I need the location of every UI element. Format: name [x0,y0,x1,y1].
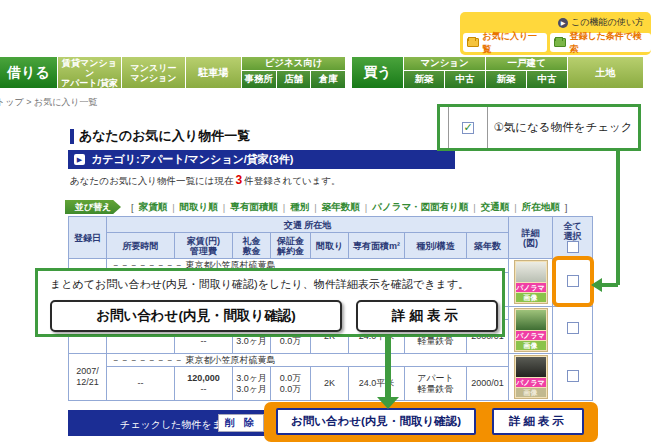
breadcrumb-home[interactable]: トップ [0,97,24,107]
main-nav: 借りる 賃貸マンションアパート/貸家 マンスリーマンション 駐車場 ビジネス向け… [0,57,654,88]
property-thumbnail[interactable]: パノラマ 画像 [514,355,548,399]
select-all-checkbox[interactable] [567,241,579,253]
nav-rental-apartment-tab[interactable]: 賃貸マンションアパート/貸家 [58,57,122,88]
cell-detail: パノラマ 画像 [509,353,553,401]
bottom-highlight-box: お問い合わせ(内見・間取り確認) 詳細表示 [264,402,598,442]
nav-office-tab[interactable]: 事務所 [242,71,277,88]
favorites-list-button[interactable]: お気に入り一覧 [463,33,547,52]
nav-house-header: 一戸建て [486,57,567,71]
nav-house-new-tab[interactable]: 新築 [486,71,527,88]
nav-house-group: 一戸建て 新築 中古 [486,57,568,88]
feature-panel: ▶ この機能の使い方 お気に入り一覧 登録した条件で検索 [460,12,651,55]
checkbox-highlight [552,256,594,307]
col-area: 専有面積m² [349,233,405,259]
page-title: あなたのお気に入り物件一覧 [79,127,250,145]
col-detail: 詳細(図) [509,217,553,259]
annotation-arrow-icon [591,278,602,292]
sort-location[interactable]: 所在地順 [522,201,560,214]
property-photo [516,357,546,377]
nav-mansion-used-tab[interactable]: 中古 [445,71,485,88]
sort-layout[interactable]: 間取り順 [180,201,218,214]
saved-search-button[interactable]: 登録した条件で検索 [550,33,651,52]
title-accent-bar [70,129,74,144]
cell-address: －－－－－－－－ 東京都小笠原村硫黄島 [107,353,509,367]
panorama-badge[interactable]: パノラマ [516,331,546,340]
step1-annotation: ✓ ①気になる物件をチェック [437,104,641,151]
sort-traffic[interactable]: 交通順 [481,201,510,214]
nav-business-group: ビジネス向け 事務所 店舗 倉庫 [242,57,346,88]
col-key-money: 礼金敷金 [233,233,271,259]
cell-select [553,353,593,401]
col-rent: 家賃(円)管理費 [175,233,233,259]
image-badge[interactable]: 画像 [516,388,546,397]
category-bar: ▶ カテゴリ:アパート/マンション/貸家(3件) [68,150,455,169]
help-link-row: ▶ この機能の使い方 [558,16,644,29]
col-traffic-location: 交通 所在地 [107,217,509,233]
nav-mansion-group: マンション 新築 中古 [404,57,486,88]
annotation-text: ①気になる物件をチェック [488,107,638,148]
sort-area[interactable]: 専有面積順 [230,201,278,214]
sort-row: 並び替え [ 家賃順 | 間取り順 | 専有面積順 | 種別 | 築年数順 | … [65,200,567,214]
annotation-connector-line [616,151,620,285]
saved-search-label: 登録した条件で検索 [569,30,647,56]
category-arrow-icon: ▶ [74,154,85,165]
breadcrumb: トップ > お気に入り一覧 [0,96,98,109]
col-guarantee: 保証金解約金 [271,233,311,259]
play-icon: ▶ [558,18,568,28]
property-photo [516,310,546,330]
row-checkbox[interactable] [567,322,579,334]
col-layout: 間取り [311,233,349,259]
property-photo [516,262,546,282]
nav-business-header: ビジネス向け [242,57,345,71]
count-value: 3 [234,173,245,187]
nav-house-used-tab[interactable]: 中古 [527,71,567,88]
folder-icon [467,38,479,47]
nav-mansion-new-tab[interactable]: 新築 [404,71,445,88]
nav-monthly-tab[interactable]: マンスリーマンション [122,57,186,88]
folder-icon [554,38,566,47]
col-reg-date: 登録日 [69,217,107,259]
callout-connector-line [385,337,391,398]
nav-warehouse-tab[interactable]: 倉庫 [311,71,345,88]
sort-tag: 並び替え [65,200,121,214]
nav-shop-tab[interactable]: 店舗 [277,71,312,88]
cell-select [553,306,593,353]
annotation-checkbox-icon: ✓ [462,122,474,134]
bulk-inquiry-button[interactable]: お問い合わせ(内見・間取り確認) [276,408,476,435]
nav-mansion-header: マンション [404,57,485,71]
panorama-badge[interactable]: パノラマ [516,283,546,292]
cell-detail: パノラマ 画像 [509,259,553,307]
category-label: カテゴリ:アパート/マンション/貸家(3件) [91,152,293,167]
registered-count-text: あなたのお気に入り物件一覧には現在3件登録されています。 [70,173,341,188]
page-title-row: あなたのお気に入り物件一覧 [70,127,250,145]
nav-buy-tab[interactable]: 買う [352,57,404,88]
col-type: 種別/構造 [405,233,467,259]
annotation-connector-line [601,283,618,287]
callout-detail-button[interactable]: 詳細表示 [356,300,498,332]
breadcrumb-current: お気に入り一覧 [34,97,98,107]
bulk-detail-button[interactable]: 詳細表示 [492,408,584,435]
col-time: 所要時間 [107,233,175,259]
col-select-all: 全て選択 [553,217,593,259]
nav-land-tab[interactable]: 土地 [568,57,644,88]
sort-age[interactable]: 築年数順 [322,201,360,214]
sort-panorama[interactable]: パノラマ・図面有り順 [372,201,468,214]
favorites-page: ▶ この機能の使い方 お気に入り一覧 登録した条件で検索 借りる 賃貸マンション… [0,0,654,444]
cell-reg-date: 2007/ 12/21 [69,353,107,401]
delete-button[interactable]: 削 除 [218,414,264,432]
image-badge[interactable]: 画像 [516,341,546,350]
image-badge[interactable]: 画像 [516,293,546,302]
nav-parking-tab[interactable]: 駐車場 [186,57,242,88]
sort-rent[interactable]: 家賃順 [139,201,168,214]
callout-inquiry-button[interactable]: お問い合わせ(内見・間取り確認) [50,300,342,332]
sort-type[interactable]: 種別 [290,201,309,214]
favorites-list-label: お気に入り一覧 [482,30,542,56]
help-link[interactable]: この機能の使い方 [571,16,644,29]
nav-rent-tab[interactable]: 借りる [0,57,58,88]
col-age: 築年数 [467,233,509,259]
property-thumbnail[interactable]: パノラマ 画像 [514,260,548,304]
panorama-badge[interactable]: パノラマ [516,378,546,387]
property-thumbnail[interactable]: パノラマ 画像 [514,308,548,352]
callout-text: まとめてお問い合わせ(内見・間取り確認)をしたり、物件詳細表示を確認できます。 [50,277,469,292]
row-checkbox[interactable] [567,370,579,382]
